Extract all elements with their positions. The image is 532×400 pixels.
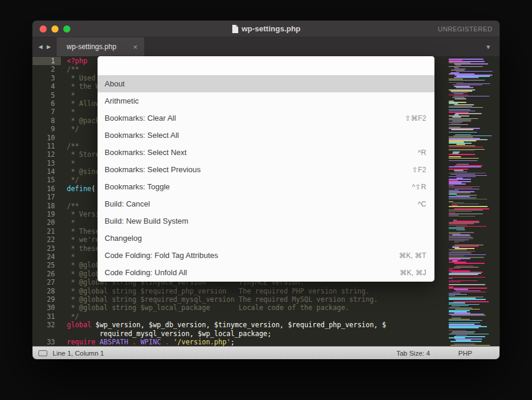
palette-item[interactable]: Bookmarks: Clear All⇧⌘F2 <box>98 109 434 127</box>
minimap-line <box>449 107 483 108</box>
minimap-line <box>449 95 468 96</box>
minimap-line <box>447 285 492 286</box>
tab-close-icon[interactable]: × <box>133 43 138 51</box>
next-tab-button[interactable]: ▶ <box>47 44 51 50</box>
palette-item[interactable]: Arithmetic <box>98 92 434 109</box>
palette-item-shortcut: ⌘K, ⌘J <box>400 269 426 277</box>
palette-search-input[interactable] <box>98 56 434 75</box>
minimap-line <box>449 277 485 278</box>
minimap-line <box>449 80 485 81</box>
code-line[interactable]: global $wp_version, $wp_db_version, $tin… <box>67 321 447 329</box>
minimap-line <box>455 113 482 114</box>
minimap-line <box>447 133 492 134</box>
minimap-line <box>455 172 467 173</box>
window-title: wp-settings.php <box>242 24 301 33</box>
code-token: , <box>190 330 198 338</box>
minimap[interactable] <box>447 56 492 346</box>
tab-wp-settings[interactable]: wp-settings.php × <box>57 37 145 56</box>
minimap-line <box>452 92 468 93</box>
code-line[interactable]: * @global string $required_php_version T… <box>67 287 447 295</box>
titlebar[interactable]: wp-settings.php UNREGISTERED <box>33 21 499 37</box>
gutter-line-number: 30 <box>33 304 61 312</box>
syntax-indicator[interactable]: PHP <box>458 350 472 357</box>
minimap-line <box>449 214 483 215</box>
palette-item[interactable]: Build: New Build System <box>98 212 434 230</box>
palette-item[interactable]: About <box>98 75 434 92</box>
gutter-line-number: 20 <box>33 218 61 227</box>
minimap-line <box>450 251 475 252</box>
sublime-window: wp-settings.php UNREGISTERED ◀ ▶ wp-sett… <box>33 21 499 359</box>
minimap-line <box>449 199 487 200</box>
minimap-line <box>449 158 479 159</box>
minimap-line <box>449 249 467 250</box>
minimap-line <box>447 264 492 266</box>
palette-item-label: Arithmetic <box>105 96 139 105</box>
code-token: * <box>67 108 75 116</box>
tab-size-indicator[interactable]: Tab Size: 4 <box>396 350 430 357</box>
code-token: WPINC <box>141 338 161 346</box>
code-line[interactable]: require ABSPATH . WPINC . '/version.php'… <box>67 338 447 346</box>
code-line[interactable]: required_mysql_version, $wp_local_packag… <box>67 330 447 338</box>
palette-item[interactable]: Bookmarks: Toggle^⇧R <box>98 178 434 195</box>
minimap-line <box>450 174 475 175</box>
minimap-line <box>449 160 478 162</box>
palette-item[interactable]: Changelog <box>98 230 434 247</box>
gutter-line-number: 23 <box>33 244 61 253</box>
minimap-line <box>449 196 470 197</box>
code-line[interactable]: * @global string $wp_local_package Local… <box>67 304 447 312</box>
palette-item-label: About <box>105 79 125 88</box>
minimap-line <box>449 334 489 335</box>
palette-item[interactable]: Code Folding: Fold Tag Attributes⌘K, ⌘T <box>98 247 434 264</box>
gutter-line-number: 7 <box>33 108 61 116</box>
panel-toggle-icon[interactable] <box>38 350 47 356</box>
minimap-line <box>454 170 464 171</box>
minimap-line <box>449 238 473 240</box>
gutter-line-number: 25 <box>33 261 61 269</box>
minimap-line <box>449 166 481 167</box>
minimap-line <box>449 206 488 207</box>
code-line[interactable]: * @global string $required_mysql_version… <box>67 295 447 304</box>
palette-item[interactable]: Build: Cancel^C <box>98 195 434 212</box>
minimap-line <box>455 98 466 99</box>
minimap-line <box>449 236 471 237</box>
minimap-line <box>452 117 461 118</box>
minimap-line <box>449 299 486 300</box>
minimap-line <box>449 252 471 253</box>
palette-item[interactable]: Code Folding: Unfold All⌘K, ⌘J <box>98 264 434 281</box>
palette-list: AboutArithmeticBookmarks: Clear All⇧⌘F2B… <box>98 75 434 281</box>
minimap-line <box>449 132 477 133</box>
code-token: . <box>132 338 137 346</box>
minimap-line <box>456 226 486 227</box>
close-button[interactable] <box>40 25 47 33</box>
prev-tab-button[interactable]: ◀ <box>38 44 43 50</box>
gutter-line-number: 5 <box>33 91 61 99</box>
code-token: , <box>374 321 382 329</box>
minimap-line <box>449 302 465 304</box>
code-token: * @global string $required_php_version T… <box>67 287 369 295</box>
minimap-line <box>455 134 471 136</box>
minimap-line <box>451 315 486 316</box>
minimap-line <box>454 104 474 105</box>
gutter-line-number: 17 <box>33 193 61 201</box>
tab-label: wp-settings.php <box>67 43 116 51</box>
gutter-line-number: 14 <box>33 167 61 176</box>
code-line[interactable]: */ <box>67 312 447 321</box>
gutter-line-number: 26 <box>33 270 61 278</box>
minimap-line <box>447 81 492 82</box>
palette-item[interactable]: Bookmarks: Select All <box>98 127 434 144</box>
zoom-button[interactable] <box>63 25 70 33</box>
code-token: , <box>141 321 149 329</box>
code-token: , <box>206 321 214 329</box>
palette-item[interactable]: Bookmarks: Select Next^R <box>98 144 434 161</box>
code-token: */ <box>67 312 79 321</box>
gutter-line-number: 33 <box>33 338 61 346</box>
gutter-line-number: 11 <box>33 142 61 150</box>
minimap-line <box>456 71 492 72</box>
gutter-line-number: 32 <box>33 321 61 329</box>
code-token: required_mysql_version <box>99 330 189 338</box>
tab-overflow-icon[interactable]: ▼ <box>485 44 491 50</box>
minimize-button[interactable] <box>51 25 59 33</box>
minimap-line <box>449 212 455 214</box>
palette-item[interactable]: Bookmarks: Select Previous⇧F2 <box>98 161 434 178</box>
code-token: $required_php_version <box>288 321 374 329</box>
